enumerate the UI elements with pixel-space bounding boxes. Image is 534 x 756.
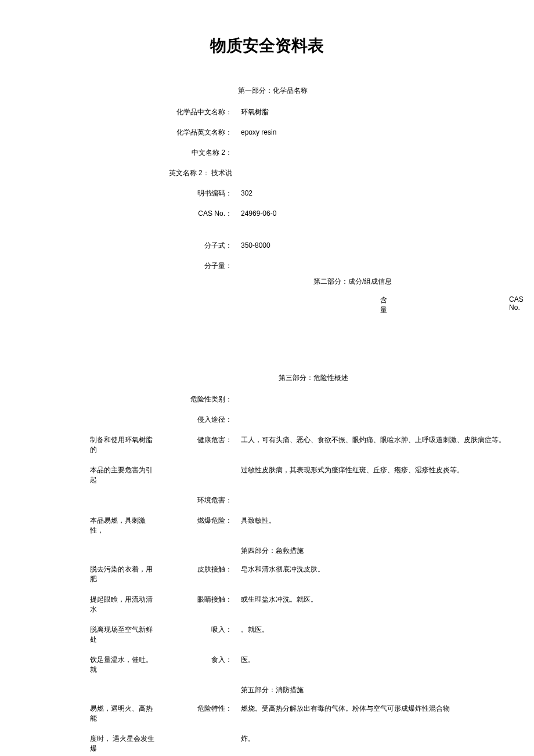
row-formula: 分子式： 350-8000 [0, 241, 534, 251]
section-4-header: 第四部分：急救措施 [241, 546, 534, 556]
english-name-value: epoxy resin [241, 128, 534, 136]
row-cas: CAS No.： 24969-06-0 [0, 209, 534, 219]
inhale-value: 。就医。 [241, 625, 534, 635]
cas-header-label: CAS No. [509, 295, 534, 315]
manual-code-value: 302 [241, 189, 534, 197]
skin-label: 皮肤接触： [157, 565, 241, 574]
inhale-label: 吸入： [157, 625, 241, 635]
row-fire: 本品易燃，具刺激性， 燃爆危险： 具致敏性。 [0, 516, 534, 536]
eye-value: 或生理盐水冲洗。就医。 [241, 595, 534, 605]
danger-value-2: 炸。 [241, 734, 534, 744]
fire-label: 燃爆危险： [157, 516, 241, 526]
chinese-name2-label: 中文名称 2： [0, 148, 241, 158]
danger-left-1: 易燃，遇明火、高热能 [0, 704, 157, 724]
manual-code-label: 明书编码： [0, 189, 241, 198]
eye-left: 提起眼睑，用流动清水 [0, 595, 157, 614]
skin-value: 皂水和清水彻底冲洗皮肤。 [241, 565, 534, 574]
eye-label: 眼睛接触： [157, 595, 241, 605]
row-health-2: 本品的主要危害为引起 过敏性皮肤病，其表现形式为瘙痒性红斑、丘疹、疱疹、湿疹性皮… [0, 465, 534, 485]
english-name-label: 化学品英文名称： [0, 128, 241, 138]
weight-value: 350-8000 [241, 241, 534, 249]
row-danger-1: 易燃，遇明火、高热能 危险特性： 燃烧。受高热分解放出有毒的气体。粉体与空气可形… [0, 704, 534, 724]
row-health-1: 制备和使用环氧树脂的 健康危害： 工人，可有头痛、恶心、食欲不振、眼灼痛、眼睑水… [0, 435, 534, 455]
row-danger-2: 度时， 遇火星会发生爆 炸。 [0, 734, 534, 754]
skin-left: 脱去污染的衣着，用肥 [0, 565, 157, 584]
chinese-name-label: 化学品中文名称： [0, 107, 241, 117]
inhale-left: 脱离现场至空气新鲜处 [0, 625, 157, 645]
ingest-left: 饮足量温水，催吐。就 [0, 655, 157, 675]
health-label: 健康危害： [157, 435, 241, 445]
formula-label: 分子式： [0, 241, 241, 251]
invasion-label: 侵入途径： [0, 415, 241, 425]
section-5-header: 第五部分：消防措施 [241, 685, 534, 695]
row-chinese-name2: 中文名称 2： [0, 148, 534, 158]
cas-value: 24969-06-0 [241, 209, 534, 218]
row-eye: 提起眼睑，用流动清水 眼睛接触： 或生理盐水冲洗。就医。 [0, 595, 534, 614]
hazard-category-label: 危险性类别： [0, 395, 241, 404]
chinese-name-value: 环氧树脂 [241, 107, 534, 117]
ingest-label: 食入： [157, 655, 241, 665]
danger-value-1: 燃烧。受高热分解放出有毒的气体。粉体与空气可形成爆炸性混合物 [241, 704, 534, 714]
section-1-header: 第一部分：化学品名称 [12, 86, 534, 96]
row-env: 环境危害： [0, 495, 534, 505]
danger-label: 危险特性： [157, 704, 241, 714]
row-english-name2: 英文名称 2： 技术说 [0, 168, 534, 178]
row-chinese-name: 化学品中文名称： 环氧树脂 [0, 107, 534, 117]
composition-header-row: 含量 CAS No. [0, 295, 534, 315]
english-name2-label: 英文名称 2： 技术说 [0, 168, 241, 178]
weight-label: 分子量： [0, 261, 241, 271]
row-manual-code: 明书编码： 302 [0, 189, 534, 198]
danger-left-2: 度时， 遇火星会发生爆 [0, 734, 157, 754]
row-invasion: 侵入途径： [0, 415, 534, 425]
health-value-1: 工人，可有头痛、恶心、食欲不振、眼灼痛、眼睑水肿、上呼吸道刺激、皮肤病症等。 [241, 435, 534, 445]
content-label: 含量 [380, 295, 393, 315]
section-2-header: 第二部分：成分/组成信息 [313, 277, 534, 287]
health-left-1: 制备和使用环氧树脂的 [0, 435, 157, 455]
fire-left: 本品易燃，具刺激性， [0, 516, 157, 536]
env-label: 环境危害： [0, 495, 241, 505]
health-left-2: 本品的主要危害为引起 [0, 465, 157, 485]
health-value-2: 过敏性皮肤病，其表现形式为瘙痒性红斑、丘疹、疱疹、湿疹性皮炎等。 [241, 465, 534, 475]
ingest-value: 医。 [241, 655, 534, 665]
fire-value: 具致敏性。 [241, 516, 534, 526]
document-title: 物质安全资料表 [0, 35, 534, 57]
row-skin: 脱去污染的衣着，用肥 皮肤接触： 皂水和清水彻底冲洗皮肤。 [0, 565, 534, 584]
row-inhale: 脱离现场至空气新鲜处 吸入： 。就医。 [0, 625, 534, 645]
row-english-name: 化学品英文名称： epoxy resin [0, 128, 534, 138]
section-3-header: 第三部分：危险性概述 [279, 373, 534, 383]
row-hazard-category: 危险性类别： [0, 395, 534, 404]
row-ingest: 饮足量温水，催吐。就 食入： 医。 [0, 655, 534, 675]
cas-label: CAS No.： [0, 209, 241, 219]
row-weight: 分子量： [0, 261, 534, 271]
